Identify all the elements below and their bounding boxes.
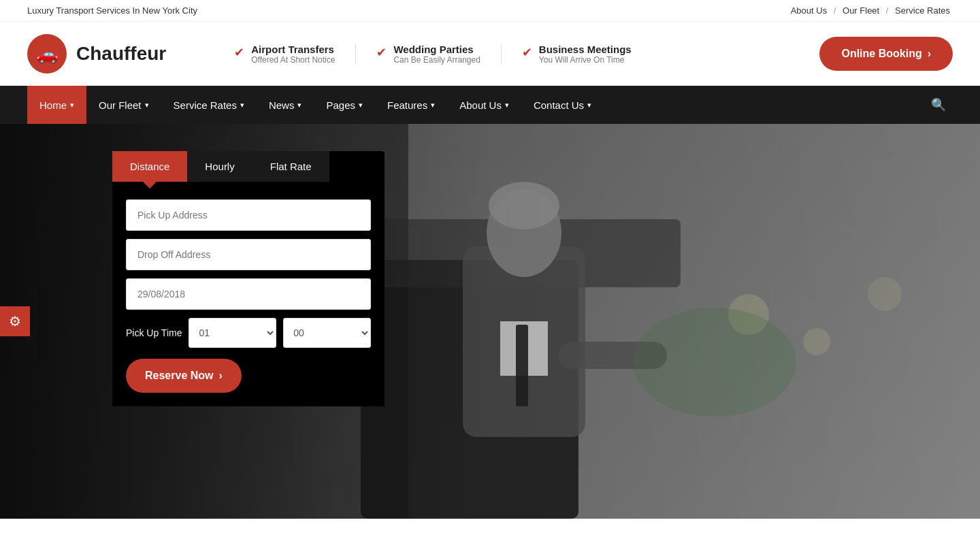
feature-airport-title: Airport Transfers xyxy=(251,44,335,55)
top-bar: Luxury Transport Services In New York Ci… xyxy=(0,0,980,22)
nav-item-fleet[interactable]: Our Fleet ▾ xyxy=(86,86,161,124)
check-icon-wedding: ✔ xyxy=(376,45,387,60)
settings-icon[interactable]: ⚙ xyxy=(0,306,30,336)
tab-flat-rate[interactable]: Flat Rate xyxy=(252,151,329,182)
nav-item-features[interactable]: Features ▾ xyxy=(375,86,447,124)
feature-wedding-sub: Can Be Easily Arranged xyxy=(393,55,480,65)
chevron-down-icon: ▾ xyxy=(70,101,74,110)
header-features: ✔ Airport Transfers Offered At Short Not… xyxy=(234,44,651,65)
top-link-about[interactable]: About Us xyxy=(791,5,827,16)
nav-item-about[interactable]: About Us ▾ xyxy=(447,86,521,124)
widget-tabs: Distance Hourly Flat Rate xyxy=(112,151,385,182)
feature-wedding: ✔ Wedding Parties Can Be Easily Arranged xyxy=(356,44,501,65)
logo-icon: 🚗 xyxy=(27,34,67,74)
nav-search-button[interactable]: 🔍 xyxy=(924,97,953,112)
nav-item-pages[interactable]: Pages ▾ xyxy=(314,86,375,124)
chevron-down-icon: ▾ xyxy=(431,101,435,110)
booking-widget: Distance Hourly Flat Rate Pick Up Time 0… xyxy=(112,151,385,406)
hero-section: ⚙ Distance Hourly Flat Rate Pick Up Time… xyxy=(0,124,980,519)
nav-item-home[interactable]: Home ▾ xyxy=(27,86,86,124)
top-bar-tagline: Luxury Transport Services In New York Ci… xyxy=(27,5,197,16)
feature-business-title: Business Meetings xyxy=(539,44,632,55)
reserve-now-button[interactable]: Reserve Now › xyxy=(126,359,242,393)
feature-wedding-title: Wedding Parties xyxy=(393,44,480,55)
minute-select[interactable]: 00 15 30 45 xyxy=(283,318,371,348)
pickup-time-label: Pick Up Time xyxy=(126,327,182,338)
logo-text: Chauffeur xyxy=(76,43,166,65)
top-bar-links: About Us / Our Fleet / Service Rates xyxy=(788,5,953,16)
feature-business-sub: You Will Arrive On Time xyxy=(539,55,632,65)
top-link-fleet[interactable]: Our Fleet xyxy=(843,5,879,16)
check-icon-business: ✔ xyxy=(522,45,532,60)
chevron-down-icon: ▾ xyxy=(240,101,244,110)
chevron-down-icon: ▾ xyxy=(587,101,591,110)
tab-distance[interactable]: Distance xyxy=(112,151,187,182)
nav-item-rates[interactable]: Service Rates ▾ xyxy=(161,86,257,124)
widget-body: Pick Up Time 01 02 03 04 05 06 07 08 09 … xyxy=(112,186,385,406)
pickup-address-input[interactable] xyxy=(126,199,371,231)
chevron-down-icon: ▾ xyxy=(297,101,301,110)
top-link-rates[interactable]: Service Rates xyxy=(895,5,950,16)
feature-airport: ✔ Airport Transfers Offered At Short Not… xyxy=(234,44,356,65)
tab-hourly[interactable]: Hourly xyxy=(187,151,252,182)
navbar: Home ▾ Our Fleet ▾ Service Rates ▾ News … xyxy=(0,86,980,124)
feature-airport-sub: Offered At Short Notice xyxy=(251,55,335,65)
pickup-time-row: Pick Up Time 01 02 03 04 05 06 07 08 09 … xyxy=(126,318,371,348)
chevron-down-icon: ▾ xyxy=(145,101,149,110)
online-booking-button[interactable]: Online Booking › xyxy=(819,37,953,71)
check-icon-airport: ✔ xyxy=(234,45,244,60)
nav-item-contact[interactable]: Contact Us ▾ xyxy=(521,86,604,124)
dropoff-address-input[interactable] xyxy=(126,239,371,270)
chevron-down-icon: ▾ xyxy=(505,101,509,110)
header: 🚗 Chauffeur ✔ Airport Transfers Offered … xyxy=(0,22,980,86)
hour-select[interactable]: 01 02 03 04 05 06 07 08 09 10 11 12 xyxy=(189,318,276,348)
logo[interactable]: 🚗 Chauffeur xyxy=(27,34,166,74)
nav-item-news[interactable]: News ▾ xyxy=(257,86,314,124)
feature-business: ✔ Business Meetings You Will Arrive On T… xyxy=(502,44,652,65)
date-input[interactable] xyxy=(126,278,371,310)
chevron-down-icon: ▾ xyxy=(359,101,363,110)
